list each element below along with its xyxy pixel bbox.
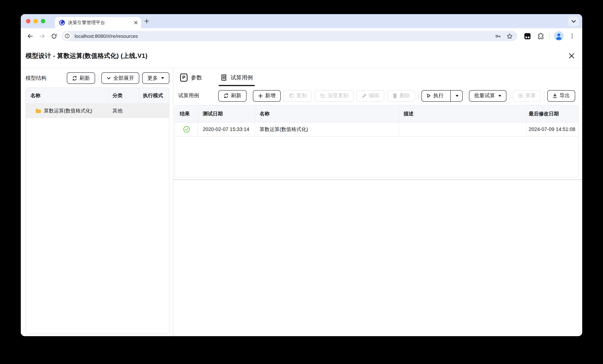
- tab-test-cases[interactable]: 试算用例: [219, 70, 255, 86]
- column-header-category: 分类: [108, 88, 139, 103]
- section-title: 试算用例: [178, 92, 199, 99]
- page-main: 模型结构 刷新 全部展开 更多: [21, 68, 582, 336]
- view-button[interactable]: 查看: [513, 90, 541, 102]
- window-close-button[interactable]: [26, 19, 30, 23]
- column-header-name: 名称: [26, 88, 108, 103]
- caret-down-icon: [498, 95, 501, 97]
- extensions-puzzle-icon[interactable]: [535, 31, 546, 41]
- case-refresh-label: 刷新: [231, 92, 241, 99]
- workspace-tabs: P 参数 试算用例: [174, 70, 582, 86]
- column-header-result: 结果: [175, 105, 198, 122]
- tree-row-category-cell: 其他: [108, 104, 139, 118]
- view-icon: [518, 93, 523, 98]
- desktop-background: 决策引擎管理平台: [0, 0, 603, 364]
- kebab-menu-icon[interactable]: [567, 31, 577, 41]
- download-icon: [553, 93, 557, 98]
- tree-empty-area: [26, 118, 169, 334]
- button-group-divider: [544, 92, 544, 100]
- column-header-test-date: 测试日期: [198, 105, 255, 122]
- tree-refresh-button[interactable]: 刷新: [67, 72, 95, 84]
- success-check-icon: [183, 126, 190, 133]
- case-refresh-button[interactable]: 刷新: [218, 90, 246, 102]
- dark-extension-icon[interactable]: [522, 31, 533, 41]
- column-header-name: 名称: [255, 105, 399, 122]
- column-header-exec-mode: 执行模式: [139, 88, 169, 103]
- caret-down-icon: [161, 77, 164, 79]
- trash-icon: [393, 93, 397, 98]
- forward-icon[interactable]: [36, 30, 47, 42]
- window-controls: [26, 14, 45, 28]
- chevron-down-icon: [106, 76, 111, 80]
- url-text[interactable]: localhost:8080/#/re/resources: [75, 33, 490, 39]
- run-button[interactable]: 执行: [422, 90, 448, 101]
- more-label: 更多: [147, 75, 158, 81]
- back-icon[interactable]: [24, 30, 36, 42]
- copy-button[interactable]: 复制: [284, 90, 312, 102]
- tree-row[interactable]: 算数运算(数值格式化) 其他: [26, 104, 169, 118]
- view-label: 查看: [525, 92, 536, 99]
- page-header: 模型设计 - 算数运算(数值格式化) (上线,V1): [21, 44, 582, 68]
- site-favicon: [59, 20, 65, 26]
- case-table-header: 结果 测试日期 名称 描述 最后修改日期: [175, 105, 578, 123]
- case-table-empty-area: [175, 136, 578, 177]
- button-group-divider: [98, 74, 98, 82]
- tree-table-header: 名称 分类 执行模式: [26, 88, 169, 104]
- column-header-last-modified: 最后修改日期: [526, 105, 578, 122]
- description-cell: [399, 123, 526, 136]
- new-tab-button[interactable]: [141, 14, 152, 28]
- profile-avatar[interactable]: [554, 31, 564, 41]
- add-button[interactable]: 新增: [253, 90, 281, 102]
- workspace-empty-area: [174, 180, 582, 336]
- window-minimize-button[interactable]: [34, 19, 38, 23]
- batch-run-label: 批量试算: [474, 92, 495, 99]
- tab-search-button[interactable]: [568, 16, 579, 26]
- run-dropdown-button[interactable]: [450, 90, 462, 101]
- tree-row-exec-cell: [139, 104, 169, 118]
- refresh-icon: [223, 93, 229, 98]
- batch-run-button[interactable]: 批量试算: [469, 90, 507, 102]
- receipt-icon: [220, 74, 227, 81]
- export-button[interactable]: 导出: [547, 90, 575, 102]
- plus-icon: [258, 93, 263, 98]
- model-structure-title: 模型结构: [26, 75, 46, 81]
- folder-icon: [35, 108, 41, 113]
- tab-params-label: 参数: [191, 74, 202, 81]
- test-case-actions: 刷新 新增 复制: [218, 90, 575, 102]
- run-split-button: 执行: [421, 90, 463, 102]
- copy-icon: [289, 93, 294, 98]
- edit-button[interactable]: 编辑: [357, 90, 384, 102]
- refresh-icon: [72, 76, 77, 81]
- tab-params[interactable]: P 参数: [178, 70, 204, 86]
- bookmark-star-icon[interactable]: [507, 33, 513, 39]
- table-row[interactable]: 2020-02-07 15:33:14 算数运算(数值格式化) 2024-07-…: [175, 123, 578, 136]
- page-close-icon[interactable]: [567, 51, 576, 60]
- delete-button[interactable]: 删除: [387, 90, 415, 102]
- password-key-icon[interactable]: [495, 33, 501, 39]
- browser-tab[interactable]: 决策引擎管理平台: [55, 17, 141, 28]
- toolbar-divider: [550, 33, 550, 39]
- tab-close-icon[interactable]: [134, 21, 138, 24]
- browser-window: 决策引擎管理平台: [21, 14, 582, 336]
- pencil-icon: [362, 93, 367, 98]
- tree-row-name-cell: 算数运算(数值格式化): [26, 104, 108, 118]
- address-bar[interactable]: localhost:8080/#/re/resources: [62, 31, 517, 41]
- more-button[interactable]: 更多: [142, 72, 169, 84]
- browser-tab-strip: 决策引擎管理平台: [21, 14, 582, 28]
- deep-copy-button[interactable]: 深度复制: [315, 90, 353, 102]
- last-modified-cell: 2024-07-09 14:51:08: [526, 123, 578, 136]
- caret-down-icon: [456, 95, 459, 97]
- workspace-panel: P 参数 试算用例 试算用例: [174, 68, 582, 336]
- model-structure-panel: 模型结构 刷新 全部展开 更多: [21, 68, 174, 336]
- site-info-icon[interactable]: [63, 32, 71, 40]
- reload-icon[interactable]: [48, 30, 59, 42]
- tree-refresh-label: 刷新: [80, 75, 90, 81]
- tab-test-cases-label: 试算用例: [231, 74, 253, 81]
- page-title: 模型设计 - 算数运算(数值格式化) (上线,V1): [26, 52, 147, 60]
- window-zoom-button[interactable]: [41, 19, 45, 23]
- deep-copy-icon: [320, 93, 325, 98]
- copy-label: 复制: [296, 92, 307, 99]
- deep-copy-label: 深度复制: [327, 92, 348, 99]
- expand-all-button[interactable]: 全部展开: [101, 72, 139, 84]
- test-date-cell: 2020-02-07 15:33:14: [198, 123, 255, 136]
- result-cell: [175, 123, 198, 136]
